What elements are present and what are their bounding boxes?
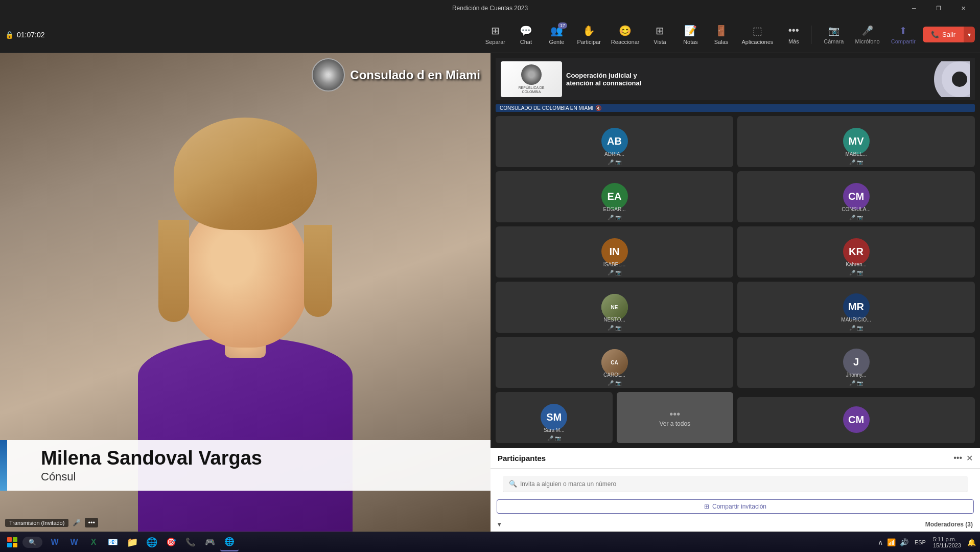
consulado-label-bar: CONSULADO DE COLOMBIA EN MIAMI 🔇 — [496, 104, 975, 112]
taskbar-notification-icon[interactable]: 🔔 — [966, 537, 977, 547]
taskbar-chevron-icon[interactable]: ∧ — [877, 537, 884, 547]
presenter-title: Cónsul — [41, 470, 475, 484]
consulado-banner-logo: REPÚBLICA DECOLOMBIA — [501, 61, 562, 97]
compartir-button[interactable]: ⬆ Compartir — [887, 23, 920, 47]
thumb-nestor: NE NESTO... 🎤 📷 — [496, 282, 733, 333]
taskbar-volume-icon[interactable]: 🔊 — [899, 537, 909, 547]
moderators-section-header[interactable]: ▾ Moderadores (3) — [491, 518, 980, 531]
thumb-edgar-cam-icon: 📷 — [615, 215, 621, 220]
leave-button-group: 📞 Salir ▾ — [923, 27, 975, 42]
taskbar-right: ∧ 📶 🔊 ESP 5:11 p.m. 15/11/2023 🔔 — [877, 535, 977, 549]
camara-button[interactable]: 📷 Cámara — [820, 23, 848, 47]
close-button[interactable]: ✕ — [951, 0, 975, 16]
thumb-isabel: IN ISABEL... 🎤 📷 — [496, 226, 733, 278]
leave-caret-button[interactable]: ▾ — [964, 27, 975, 42]
thumb-sara-name: Sara M... — [542, 427, 567, 433]
separar-label: Separar — [485, 39, 505, 45]
title-bar: Rendición de Cuentas 2023 ─ ❐ ✕ — [0, 0, 980, 16]
taskbar-app-excel[interactable]: X — [84, 533, 103, 551]
taskbar-app-teams[interactable]: 🎯 — [162, 533, 180, 551]
thumb-jhonny-cam-icon: 📷 — [857, 380, 863, 386]
thumb-carolina: CA CAROL... 🎤 📷 — [496, 337, 733, 388]
thumb-more[interactable]: ••• Ver a todos — [617, 392, 734, 443]
taskbar-app-explorer[interactable]: 📁 — [123, 533, 142, 551]
search-input[interactable] — [520, 480, 962, 488]
thumb-consulado-cam-icon: 📷 — [857, 215, 863, 220]
toolbar-participar[interactable]: ✋ Participar — [573, 22, 604, 47]
start-button[interactable] — [3, 533, 21, 551]
mas-icon: ••• — [788, 25, 799, 36]
toolbar-salas[interactable]: 🚪 Salas — [707, 22, 736, 47]
toolbar-notas[interactable]: 📝 Notas — [676, 22, 705, 47]
taskbar-app-app1[interactable]: 🎮 — [201, 533, 219, 551]
taskbar-app-chrome[interactable]: 🌐 — [143, 533, 161, 551]
minimize-button[interactable]: ─ — [902, 0, 926, 16]
consulado-c-emblem — [929, 61, 970, 97]
see-all-label: Ver a todos — [659, 420, 690, 427]
mas-label: Más — [788, 38, 799, 44]
microfono-label: Micrófono — [855, 38, 879, 44]
taskbar-app-word[interactable]: W — [45, 533, 64, 551]
reaccionar-label: Reaccionar — [611, 39, 640, 45]
search-bar: 🔍 — [503, 476, 968, 492]
toolbar-reaccionar[interactable]: 😊 Reaccionar — [607, 22, 644, 47]
toolbar-gente[interactable]: 👥 17 Gente — [542, 22, 571, 47]
taskbar-network-icon[interactable]: 📶 — [886, 537, 897, 547]
title-bar-text: Rendición de Cuentas 2023 — [452, 5, 528, 12]
toolbar-aplicaciones[interactable]: ⬚ Aplicaciones — [738, 22, 778, 47]
vista-label: Vista — [654, 39, 666, 45]
aplicaciones-icon: ⬚ — [753, 25, 762, 37]
leave-button[interactable]: 📞 Salir — [923, 27, 964, 42]
camara-icon: 📷 — [828, 25, 839, 36]
consulado-main-info: Cooperación judicial y atención al conna… — [566, 72, 648, 87]
consulado-seal: ⚜ — [312, 58, 345, 91]
taskbar-app-outlook[interactable]: 📧 — [104, 533, 122, 551]
taskbar-time: 5:11 p.m. — [933, 536, 961, 542]
maximize-button[interactable]: ❐ — [927, 0, 950, 16]
participar-label: Participar — [577, 39, 600, 45]
thumb-jhonny-avatar: J — [843, 349, 870, 375]
toolbar-separar[interactable]: ⊞ Separar — [481, 22, 509, 47]
thumb-sara: SM Sara M... 🎤 📷 — [496, 392, 613, 443]
taskbar-search[interactable]: 🔍 — [22, 537, 42, 548]
thumb-isabel-cam-icon: 📷 — [615, 270, 621, 275]
consulado-label-text: CONSULADO DE COLOMBIA EN MIAMI — [500, 105, 593, 111]
video-status-bar: Transmision (Invitado) 🎤 ••• — [0, 516, 491, 530]
thumb-mabel-cam-icon: 📷 — [857, 159, 863, 165]
taskbar-datetime[interactable]: 5:11 p.m. 15/11/2023 — [931, 535, 963, 549]
taskbar-language[interactable]: ESP — [913, 538, 928, 546]
microfono-button[interactable]: 🎤 Micrófono — [851, 23, 883, 47]
thumb-kahren: KR Kahren... 🎤 📷 — [737, 226, 975, 278]
participants-close-icon[interactable]: ✕ — [966, 453, 973, 463]
toolbar: 🔒 01:07:02 ⊞ Separar 💬 Chat 👥 17 Gente ✋… — [0, 16, 980, 53]
toolbar-vista[interactable]: ⊞ Vista — [646, 22, 674, 47]
thumb-mauricio-cam-icon: 📷 — [857, 325, 863, 331]
transmission-label: Transmision (Invitado) — [5, 519, 68, 527]
thumb-cm-bottom: CM — [737, 397, 975, 443]
toolbar-chat[interactable]: 💬 Chat — [511, 22, 540, 47]
consulado-name: Consulado d en Miami — [350, 68, 480, 82]
aplicaciones-label: Aplicaciones — [742, 39, 774, 45]
participants-more-icon[interactable]: ••• — [953, 453, 962, 463]
taskbar-app-word2[interactable]: W — [65, 533, 83, 551]
participants-title: Participantes — [498, 454, 546, 463]
taskbar-app-ie[interactable]: 🌐 — [220, 533, 239, 551]
thumb-adriana-cam-icon: 📷 — [615, 159, 621, 165]
participants-header-icons: ••• ✕ — [953, 453, 973, 463]
consulado-info-text: Cooperación judicial y atención al conna… — [566, 72, 648, 87]
toolbar-mas[interactable]: ••• Más — [779, 22, 808, 47]
security-icon: 🔒 — [5, 31, 14, 39]
salas-label: Salas — [714, 39, 729, 45]
thumb-kahren-cam-icon: 📷 — [857, 270, 863, 275]
thumb-edgar-avatar: EA — [601, 183, 628, 210]
gente-label: Gente — [549, 39, 564, 45]
invite-icon: ⊞ — [704, 503, 709, 510]
thumb-adriana: AB ADRIA... 🎤 📷 — [496, 116, 733, 167]
timer-display: 01:07:02 — [17, 31, 45, 39]
consulado-info-banner: REPÚBLICA DECOLOMBIA Cooperación judicia… — [496, 58, 975, 100]
vista-icon: ⊞ — [656, 25, 664, 37]
transmission-more-button[interactable]: ••• — [85, 518, 98, 527]
invite-button[interactable]: ⊞ Compartir invitación — [497, 499, 974, 514]
taskbar-app-phone[interactable]: 📞 — [181, 533, 200, 551]
thumb-nestor-name: NESTO... — [601, 317, 627, 323]
